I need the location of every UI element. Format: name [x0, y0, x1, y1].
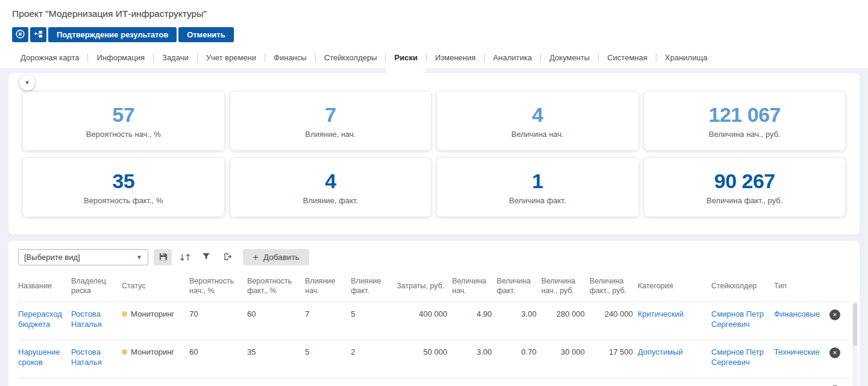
close-project-button[interactable] — [12, 27, 28, 42]
risk-owner-link[interactable]: Ростова Наталья — [71, 347, 102, 367]
stat-value: 4 — [325, 169, 336, 193]
col-value-fact: Величина факт. — [497, 272, 541, 302]
prob-start-value: 60 — [189, 340, 247, 378]
scrollbar-thumb[interactable] — [853, 303, 857, 346]
tab-storages[interactable]: Хранилища — [656, 49, 715, 68]
tab-finances[interactable]: Финансы — [265, 49, 315, 68]
save-view-button[interactable] — [154, 249, 172, 265]
value-start-rub: 30 000 — [541, 340, 590, 378]
risk-summary-panel: ▼ 57 Вероятность нач., % 7 Влияние, нач.… — [8, 73, 860, 235]
impact-start-value: 8 — [305, 378, 351, 386]
filter-button[interactable] — [198, 249, 214, 265]
delete-risk-button[interactable]: ✕ — [829, 309, 840, 320]
table-header-row: Название Владелец риска Статус Вероятнос… — [18, 272, 850, 302]
risks-table: Название Владелец риска Статус Вероятнос… — [18, 272, 850, 386]
stat-card-impact-fact: 4 Влияние, факт. — [230, 158, 432, 217]
view-select[interactable]: [Выберите вид] ▼ — [18, 249, 148, 265]
cancel-button[interactable]: Отменить — [178, 27, 234, 42]
risk-name-link[interactable]: Нарушение сроков — [18, 347, 60, 367]
risk-name-link[interactable]: Перерасход бюджета — [18, 309, 62, 329]
add-risk-button[interactable]: + Добавить — [243, 249, 309, 265]
stat-label: Величина факт., руб. — [706, 196, 782, 205]
stat-card-value-fact: 1 Величина факт. — [437, 158, 638, 217]
sort-button[interactable]: ↓↑ — [177, 249, 193, 265]
tab-analytics[interactable]: Аналитика — [485, 49, 540, 68]
impact-fact-value: 2 — [351, 340, 397, 378]
col-status: Статус — [122, 272, 189, 302]
collapse-panel-button[interactable]: ▼ — [19, 75, 35, 90]
stat-value: 57 — [112, 103, 134, 127]
type-link[interactable]: Технические — [774, 347, 820, 356]
tab-information[interactable]: Информация — [88, 49, 153, 68]
prob-start-value: 70 — [189, 302, 247, 340]
filter-icon — [202, 252, 210, 262]
stat-label: Вероятность факт., % — [84, 196, 163, 205]
stat-value: 1 — [532, 169, 543, 193]
stat-value: 4 — [532, 103, 543, 127]
tab-changes[interactable]: Изменения — [427, 49, 484, 68]
add-subitem-button[interactable] — [30, 27, 46, 42]
stat-label: Величина нач., руб. — [709, 130, 781, 139]
category-link[interactable]: Допустимый — [638, 347, 683, 356]
stat-value: 7 — [325, 103, 336, 127]
category-link[interactable]: Критический — [638, 309, 684, 318]
tab-roadmap[interactable]: Дорожная карта — [12, 49, 87, 68]
project-tabs: Дорожная карта Информация Задачи Учет вр… — [12, 49, 856, 68]
action-buttons: Подтверждение результатов Отменить — [12, 27, 856, 42]
delete-risk-button[interactable]: ✕ — [829, 347, 840, 358]
value-fact-rub: 240 000 — [590, 302, 638, 340]
tab-time-tracking[interactable]: Учет времени — [198, 49, 265, 68]
col-value-fact-rub: Величина факт., руб. — [590, 272, 638, 302]
prob-fact-value: 10 — [247, 378, 305, 386]
value-start-rub: 53 200 — [541, 378, 590, 386]
prob-start-value: 40 — [189, 378, 247, 386]
save-icon — [159, 252, 168, 263]
col-stakeholder: Стейкхолдер — [711, 272, 774, 302]
stat-label: Величина факт. — [509, 196, 566, 205]
status-dot-icon — [122, 349, 127, 355]
confirm-results-button[interactable]: Подтверждение результатов — [48, 27, 177, 42]
tab-stakeholders[interactable]: Стейкхолдеры — [316, 49, 386, 68]
add-node-icon — [34, 30, 43, 40]
status-badge: Мониторинг — [131, 347, 174, 356]
stat-label: Вероятность нач., % — [86, 130, 161, 139]
stat-label: Влияние, нач. — [305, 130, 356, 139]
status-dot-icon — [122, 311, 127, 317]
value-start: 4.90 — [452, 302, 497, 340]
costs-value: 50 000 — [397, 340, 452, 378]
stakeholder-link[interactable]: Смирнов Петр Сергеевич — [711, 309, 764, 329]
col-impact-start: Влияние нач. — [305, 272, 351, 302]
value-fact: 3.00 — [497, 302, 541, 340]
close-icon: ✕ — [832, 350, 837, 356]
stakeholder-link[interactable]: Смирнов Петр Сергеевич — [711, 347, 764, 367]
col-costs: Затраты, руб. — [397, 272, 452, 302]
type-link[interactable]: Финансовые — [774, 309, 820, 318]
export-button[interactable] — [219, 249, 235, 265]
stat-label: Влияние, факт. — [303, 196, 358, 205]
export-icon — [223, 252, 232, 263]
col-value-start: Величина нач. — [452, 272, 497, 302]
col-category: Категория — [638, 272, 711, 302]
close-icon: ✕ — [832, 312, 837, 318]
col-prob-start: Вероятность нач., % — [189, 272, 247, 302]
col-name: Название — [18, 272, 71, 302]
tab-documents[interactable]: Документы — [541, 49, 598, 68]
col-value-start-rub: Величина нач., руб. — [541, 272, 590, 302]
prob-fact-value: 35 — [247, 340, 305, 378]
page-title: Проект "Модернизация ИТ-инфраструктуры" — [12, 8, 856, 19]
stat-card-value-start-rub: 121 067 Величина нач., руб. — [644, 92, 846, 150]
risk-owner-link[interactable]: Ростова Наталья — [71, 309, 102, 329]
table-row: Нарушение сроков Ростова Наталья Монитор… — [18, 340, 850, 378]
stat-value: 121 067 — [709, 103, 781, 127]
table-scrollbar[interactable] — [852, 301, 858, 386]
impact-fact-value: 5 — [351, 302, 397, 340]
stat-value: 90 267 — [714, 169, 775, 193]
risks-table-panel: [Выберите вид] ▼ ↓↑ + Добавить — [8, 241, 860, 386]
view-select-value: [Выберите вид] — [24, 253, 80, 262]
tab-tasks[interactable]: Задачи — [154, 49, 197, 68]
tab-system[interactable]: Системная — [599, 49, 656, 68]
value-fact: 0.70 — [497, 340, 541, 378]
value-fact: 0.60 — [497, 378, 541, 386]
tab-risks[interactable]: Риски — [386, 49, 426, 68]
stat-value: 35 — [112, 169, 134, 193]
